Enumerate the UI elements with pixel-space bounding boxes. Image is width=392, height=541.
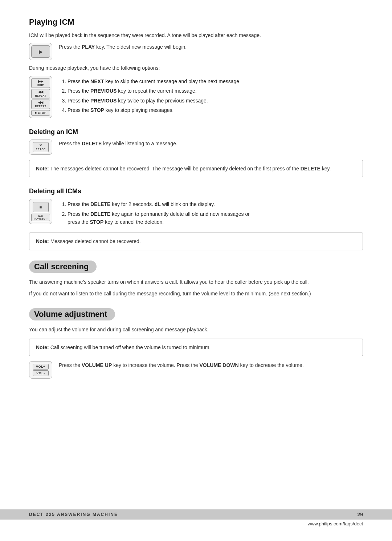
section-deleting-all-icms: Deleting all ICMs ■ ▶/■PLY/STOP Press th… — [29, 187, 363, 250]
delete-note-box: Note: The messages deleted cannot be rec… — [29, 160, 363, 177]
footer-brand-bar: DECT 225 ANSWERING MACHINE 29 — [0, 509, 392, 520]
volume-icon-row: VOL+ VOL- Press the VOLUME UP key to inc… — [29, 361, 363, 379]
repeat-key1: ◀◀REPEAT — [31, 89, 50, 98]
option-1: Press the NEXT key to skip the current m… — [68, 77, 239, 85]
volume-note-box: Note: Call screening will be turned off … — [29, 339, 363, 356]
repeat-key2: ◀◀REPEAT — [31, 100, 50, 109]
section-playing-icm: Playing ICM ICM will be played back in t… — [29, 17, 363, 118]
option-4: Press the STOP key to stop playing messa… — [68, 106, 239, 114]
multi-key-group: ▶▶SKIP ◀◀REPEAT ◀◀REPEAT ■ STOP — [31, 78, 50, 116]
deleting-icm-title: Deleting an ICM — [29, 128, 363, 136]
delete-note-text: Note: The messages deleted cannot be rec… — [36, 166, 331, 171]
volume-adjustment-title: Volume adjustment — [34, 310, 107, 319]
vol-key-group: VOL+ VOL- — [33, 364, 49, 376]
play-icon-row: ▶ Press the PLAY key. The oldest new mes… — [29, 43, 363, 60]
erase-key-icon: ✕ERASE — [29, 140, 52, 155]
call-screening-para2: If you do not want to listen to the call… — [29, 290, 363, 298]
options-keys-icon: ▶▶SKIP ◀◀REPEAT ◀◀REPEAT ■ STOP — [29, 76, 52, 118]
delete-all-options: Press the DELETE key for 2 seconds. dL w… — [59, 199, 250, 227]
delete-all-note-text: Note: Messages deleted cannot be recover… — [36, 238, 141, 244]
options-icon-row: ▶▶SKIP ◀◀REPEAT ◀◀REPEAT ■ STOP Press th… — [29, 76, 363, 118]
page-footer: DECT 225 ANSWERING MACHINE 29 www.philip… — [0, 509, 392, 526]
delete-all-option-1: Press the DELETE key for 2 seconds. dL w… — [68, 200, 250, 208]
vol-up-key: VOL+ — [33, 364, 49, 370]
volume-instruction: Press the VOLUME UP key to increase the … — [59, 361, 304, 369]
skip-key: ▶▶SKIP — [31, 78, 50, 88]
delete-instruction: Press the DELETE key while listening to … — [59, 140, 177, 148]
option-3: Press the PREVIOUS key twice to play the… — [68, 97, 239, 105]
option-2: Press the PREVIOUS key to repeat the cur… — [68, 87, 239, 95]
section-volume-adjustment: Volume adjustment You can adjust the vol… — [29, 308, 363, 379]
section-call-screening: Call screening The answering machine's s… — [29, 261, 363, 298]
erase-key-label: ✕ERASE — [33, 142, 49, 152]
play-instruction: Press the PLAY key. The oldest new messa… — [59, 43, 187, 51]
footer-url: www.philips.com/faqs/dect — [0, 521, 392, 526]
volume-adjustment-intro: You can adjust the volume for and during… — [29, 326, 363, 334]
volume-key-icon: VOL+ VOL- — [29, 361, 52, 379]
during-playback-label: During message playback, you have the fo… — [29, 64, 363, 72]
playing-icm-title: Playing ICM — [29, 17, 363, 27]
page-content: Playing ICM ICM will be played back in t… — [0, 0, 392, 418]
section-deleting-icm: Deleting an ICM ✕ERASE Press the DELETE … — [29, 128, 363, 177]
play-key-icon: ▶ — [29, 43, 52, 60]
stop-key: ■ STOP — [31, 110, 50, 116]
playing-icm-intro: ICM will be played back in the sequence … — [29, 31, 363, 39]
delete-all-icon-row: ■ ▶/■PLY/STOP Press the DELETE key for 2… — [29, 199, 363, 227]
footer-page-number: 29 — [357, 512, 363, 517]
footer-brand-text: DECT 225 ANSWERING MACHINE — [29, 512, 118, 517]
play-stop-key: ▶/■PLY/STOP — [31, 214, 50, 221]
call-screening-para1: The answering machine's speaker turns on… — [29, 278, 363, 286]
delete-icon-row: ✕ERASE Press the DELETE key while listen… — [29, 140, 363, 155]
volume-note-text: Note: Call screening will be turned off … — [36, 344, 211, 350]
call-screening-title: Call screening — [34, 262, 89, 271]
call-screening-header: Call screening — [29, 261, 97, 273]
deleting-all-icms-title: Deleting all ICMs — [29, 187, 363, 195]
footer-url-text: www.philips.com/faqs/dect — [308, 521, 363, 526]
vol-down-key: VOL- — [33, 370, 49, 376]
delete-all-key-icon: ■ ▶/■PLY/STOP — [29, 199, 52, 224]
options-list: Press the NEXT key to skip the current m… — [59, 76, 239, 116]
delete-all-option-2: Press the DELETE key again to permanentl… — [68, 210, 250, 226]
volume-adjustment-header: Volume adjustment — [29, 308, 115, 320]
delete-all-note-box: Note: Messages deleted cannot be recover… — [29, 233, 363, 250]
